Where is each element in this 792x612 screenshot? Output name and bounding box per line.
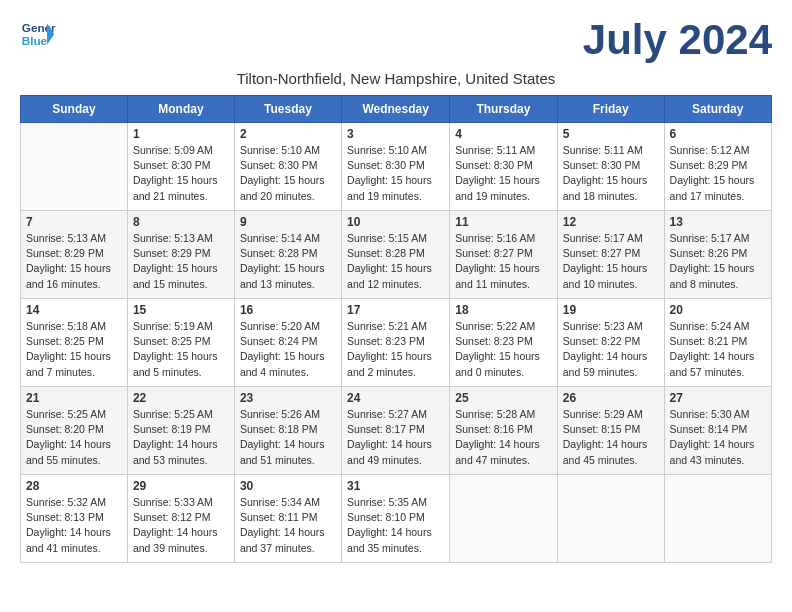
day-info: Sunrise: 5:33 AMSunset: 8:12 PMDaylight:… <box>133 495 229 556</box>
day-info: Sunrise: 5:26 AMSunset: 8:18 PMDaylight:… <box>240 407 336 468</box>
calendar-cell: 28Sunrise: 5:32 AMSunset: 8:13 PMDayligh… <box>21 475 128 563</box>
calendar-cell: 16Sunrise: 5:20 AMSunset: 8:24 PMDayligh… <box>234 299 341 387</box>
day-info: Sunrise: 5:14 AMSunset: 8:28 PMDaylight:… <box>240 231 336 292</box>
calendar-cell: 22Sunrise: 5:25 AMSunset: 8:19 PMDayligh… <box>127 387 234 475</box>
weekday-header-tuesday: Tuesday <box>234 96 341 123</box>
day-number: 21 <box>26 391 122 405</box>
calendar-table: SundayMondayTuesdayWednesdayThursdayFrid… <box>20 95 772 563</box>
day-info: Sunrise: 5:20 AMSunset: 8:24 PMDaylight:… <box>240 319 336 380</box>
day-info: Sunrise: 5:18 AMSunset: 8:25 PMDaylight:… <box>26 319 122 380</box>
calendar-cell <box>664 475 771 563</box>
weekday-header-thursday: Thursday <box>450 96 557 123</box>
calendar-cell: 26Sunrise: 5:29 AMSunset: 8:15 PMDayligh… <box>557 387 664 475</box>
day-number: 29 <box>133 479 229 493</box>
day-info: Sunrise: 5:17 AMSunset: 8:26 PMDaylight:… <box>670 231 766 292</box>
calendar-cell: 25Sunrise: 5:28 AMSunset: 8:16 PMDayligh… <box>450 387 557 475</box>
calendar-week-2: 7Sunrise: 5:13 AMSunset: 8:29 PMDaylight… <box>21 211 772 299</box>
day-info: Sunrise: 5:15 AMSunset: 8:28 PMDaylight:… <box>347 231 444 292</box>
day-number: 4 <box>455 127 551 141</box>
day-number: 25 <box>455 391 551 405</box>
day-info: Sunrise: 5:11 AMSunset: 8:30 PMDaylight:… <box>563 143 659 204</box>
day-info: Sunrise: 5:25 AMSunset: 8:20 PMDaylight:… <box>26 407 122 468</box>
calendar-cell: 3Sunrise: 5:10 AMSunset: 8:30 PMDaylight… <box>342 123 450 211</box>
day-info: Sunrise: 5:13 AMSunset: 8:29 PMDaylight:… <box>26 231 122 292</box>
day-info: Sunrise: 5:34 AMSunset: 8:11 PMDaylight:… <box>240 495 336 556</box>
month-title: July 2024 <box>583 16 772 64</box>
calendar-cell: 15Sunrise: 5:19 AMSunset: 8:25 PMDayligh… <box>127 299 234 387</box>
logo-icon: General Blue <box>20 16 56 52</box>
calendar-cell: 6Sunrise: 5:12 AMSunset: 8:29 PMDaylight… <box>664 123 771 211</box>
day-number: 1 <box>133 127 229 141</box>
day-info: Sunrise: 5:24 AMSunset: 8:21 PMDaylight:… <box>670 319 766 380</box>
day-number: 9 <box>240 215 336 229</box>
calendar-week-5: 28Sunrise: 5:32 AMSunset: 8:13 PMDayligh… <box>21 475 772 563</box>
calendar-cell: 14Sunrise: 5:18 AMSunset: 8:25 PMDayligh… <box>21 299 128 387</box>
calendar-cell: 20Sunrise: 5:24 AMSunset: 8:21 PMDayligh… <box>664 299 771 387</box>
calendar-cell: 11Sunrise: 5:16 AMSunset: 8:27 PMDayligh… <box>450 211 557 299</box>
calendar-cell <box>557 475 664 563</box>
logo: General Blue <box>20 16 56 52</box>
day-info: Sunrise: 5:17 AMSunset: 8:27 PMDaylight:… <box>563 231 659 292</box>
day-info: Sunrise: 5:28 AMSunset: 8:16 PMDaylight:… <box>455 407 551 468</box>
day-info: Sunrise: 5:13 AMSunset: 8:29 PMDaylight:… <box>133 231 229 292</box>
calendar-cell <box>450 475 557 563</box>
calendar-cell: 13Sunrise: 5:17 AMSunset: 8:26 PMDayligh… <box>664 211 771 299</box>
calendar-cell: 19Sunrise: 5:23 AMSunset: 8:22 PMDayligh… <box>557 299 664 387</box>
calendar-cell: 21Sunrise: 5:25 AMSunset: 8:20 PMDayligh… <box>21 387 128 475</box>
subtitle: Tilton-Northfield, New Hampshire, United… <box>20 70 772 87</box>
day-number: 8 <box>133 215 229 229</box>
day-info: Sunrise: 5:30 AMSunset: 8:14 PMDaylight:… <box>670 407 766 468</box>
day-number: 27 <box>670 391 766 405</box>
weekday-header-saturday: Saturday <box>664 96 771 123</box>
calendar-cell: 2Sunrise: 5:10 AMSunset: 8:30 PMDaylight… <box>234 123 341 211</box>
calendar-cell: 5Sunrise: 5:11 AMSunset: 8:30 PMDaylight… <box>557 123 664 211</box>
day-number: 17 <box>347 303 444 317</box>
day-number: 12 <box>563 215 659 229</box>
calendar-header: SundayMondayTuesdayWednesdayThursdayFrid… <box>21 96 772 123</box>
calendar-cell: 29Sunrise: 5:33 AMSunset: 8:12 PMDayligh… <box>127 475 234 563</box>
calendar-cell: 23Sunrise: 5:26 AMSunset: 8:18 PMDayligh… <box>234 387 341 475</box>
day-number: 2 <box>240 127 336 141</box>
day-number: 5 <box>563 127 659 141</box>
calendar-cell: 12Sunrise: 5:17 AMSunset: 8:27 PMDayligh… <box>557 211 664 299</box>
day-info: Sunrise: 5:21 AMSunset: 8:23 PMDaylight:… <box>347 319 444 380</box>
day-number: 6 <box>670 127 766 141</box>
day-number: 14 <box>26 303 122 317</box>
day-number: 26 <box>563 391 659 405</box>
calendar-week-3: 14Sunrise: 5:18 AMSunset: 8:25 PMDayligh… <box>21 299 772 387</box>
weekday-header-friday: Friday <box>557 96 664 123</box>
day-number: 16 <box>240 303 336 317</box>
day-info: Sunrise: 5:16 AMSunset: 8:27 PMDaylight:… <box>455 231 551 292</box>
day-info: Sunrise: 5:10 AMSunset: 8:30 PMDaylight:… <box>347 143 444 204</box>
weekday-header-wednesday: Wednesday <box>342 96 450 123</box>
day-info: Sunrise: 5:25 AMSunset: 8:19 PMDaylight:… <box>133 407 229 468</box>
day-info: Sunrise: 5:35 AMSunset: 8:10 PMDaylight:… <box>347 495 444 556</box>
day-number: 10 <box>347 215 444 229</box>
header: General Blue July 2024 <box>20 16 772 64</box>
svg-text:Blue: Blue <box>22 34 48 47</box>
weekday-header-monday: Monday <box>127 96 234 123</box>
calendar-cell: 18Sunrise: 5:22 AMSunset: 8:23 PMDayligh… <box>450 299 557 387</box>
day-number: 20 <box>670 303 766 317</box>
day-number: 23 <box>240 391 336 405</box>
calendar-cell: 24Sunrise: 5:27 AMSunset: 8:17 PMDayligh… <box>342 387 450 475</box>
day-number: 7 <box>26 215 122 229</box>
day-info: Sunrise: 5:27 AMSunset: 8:17 PMDaylight:… <box>347 407 444 468</box>
day-info: Sunrise: 5:32 AMSunset: 8:13 PMDaylight:… <box>26 495 122 556</box>
day-number: 30 <box>240 479 336 493</box>
day-number: 24 <box>347 391 444 405</box>
calendar-cell: 7Sunrise: 5:13 AMSunset: 8:29 PMDaylight… <box>21 211 128 299</box>
day-info: Sunrise: 5:29 AMSunset: 8:15 PMDaylight:… <box>563 407 659 468</box>
calendar-cell: 9Sunrise: 5:14 AMSunset: 8:28 PMDaylight… <box>234 211 341 299</box>
day-number: 22 <box>133 391 229 405</box>
calendar-week-4: 21Sunrise: 5:25 AMSunset: 8:20 PMDayligh… <box>21 387 772 475</box>
day-number: 31 <box>347 479 444 493</box>
calendar-cell: 30Sunrise: 5:34 AMSunset: 8:11 PMDayligh… <box>234 475 341 563</box>
calendar-cell: 1Sunrise: 5:09 AMSunset: 8:30 PMDaylight… <box>127 123 234 211</box>
day-number: 19 <box>563 303 659 317</box>
calendar-cell: 31Sunrise: 5:35 AMSunset: 8:10 PMDayligh… <box>342 475 450 563</box>
day-number: 3 <box>347 127 444 141</box>
calendar-cell: 27Sunrise: 5:30 AMSunset: 8:14 PMDayligh… <box>664 387 771 475</box>
day-info: Sunrise: 5:23 AMSunset: 8:22 PMDaylight:… <box>563 319 659 380</box>
calendar-cell: 10Sunrise: 5:15 AMSunset: 8:28 PMDayligh… <box>342 211 450 299</box>
